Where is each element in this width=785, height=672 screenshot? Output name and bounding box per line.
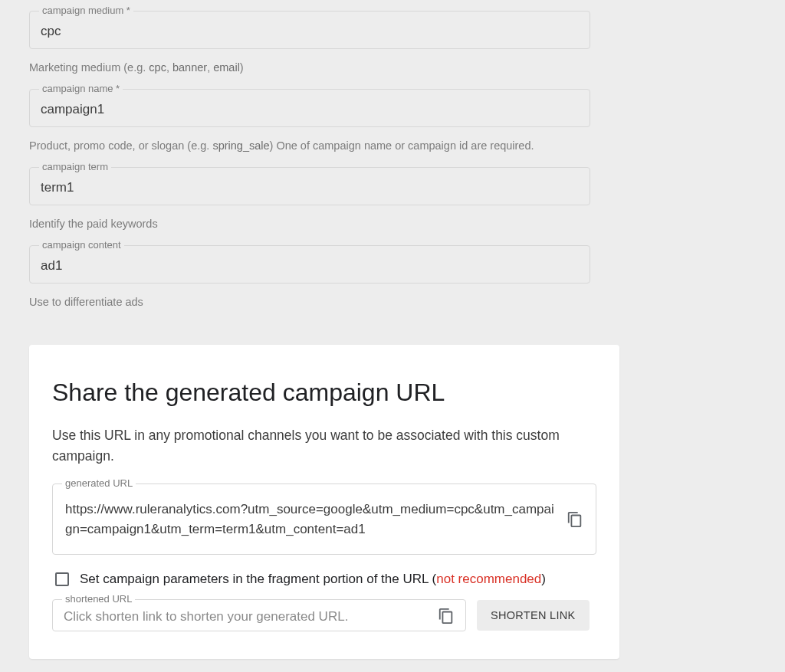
campaign-name-help: Product, promo code, or slogan (e.g. spr… [29, 139, 756, 152]
field-campaign-name: campaign name * Product, promo code, or … [29, 89, 756, 152]
share-heading: Share the generated campaign URL [52, 379, 596, 407]
copy-icon[interactable] [567, 511, 583, 528]
campaign-content-help: Use to differentiate ads [29, 296, 756, 308]
fragment-option-label: Set campaign parameters in the fragment … [80, 572, 546, 587]
generated-url-box: generated URL https://www.ruleranalytics… [52, 484, 596, 555]
field-campaign-medium: campaign medium * Marketing medium (e.g.… [29, 11, 756, 74]
campaign-term-help: Identify the paid keywords [29, 218, 756, 230]
campaign-medium-input[interactable] [41, 22, 579, 39]
generated-url-text: https://www.ruleranalytics.com?utm_sourc… [65, 497, 556, 542]
shorten-link-button[interactable]: SHORTEN LINK [477, 600, 590, 631]
field-campaign-term: campaign term Identify the paid keywords [29, 167, 756, 230]
share-card: Share the generated campaign URL Use thi… [29, 345, 619, 659]
shortened-url-label: shortened URL [62, 593, 135, 605]
campaign-name-label: campaign name * [39, 83, 123, 94]
campaign-content-input[interactable] [41, 257, 579, 274]
copy-icon[interactable] [438, 608, 455, 624]
campaign-term-label: campaign term [39, 161, 111, 172]
campaign-term-input[interactable] [41, 179, 579, 195]
fragment-option-row: Set campaign parameters in the fragment … [52, 572, 596, 587]
campaign-medium-help: Marketing medium (e.g. cpc, banner, emai… [29, 61, 756, 74]
share-subtext: Use this URL in any promotional channels… [52, 425, 596, 467]
campaign-content-label: campaign content [39, 239, 124, 251]
generated-url-label: generated URL [62, 477, 136, 489]
shortened-url-box: shortened URL [52, 599, 466, 631]
field-campaign-content: campaign content Use to differentiate ad… [29, 245, 756, 308]
shortened-url-input[interactable] [64, 608, 429, 624]
fragment-checkbox[interactable] [55, 572, 69, 586]
campaign-name-input[interactable] [41, 100, 579, 117]
campaign-medium-label: campaign medium * [39, 5, 133, 16]
